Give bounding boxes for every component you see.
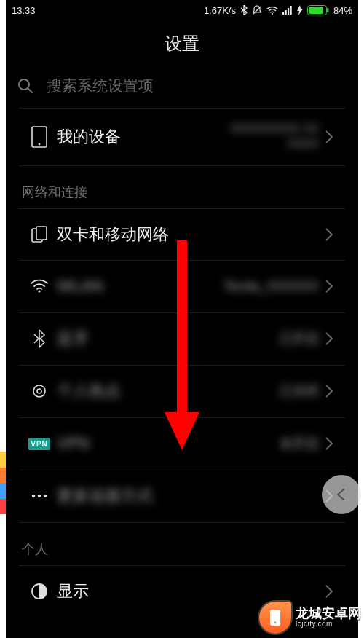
floating-nav-ball[interactable] <box>322 475 361 514</box>
chevron-right-icon <box>319 384 339 398</box>
svg-point-9 <box>19 79 29 90</box>
watermark-icon <box>259 602 291 634</box>
battery-icon <box>307 5 329 15</box>
watermark-text-cn: 龙城安卓网 <box>296 607 361 621</box>
svg-rect-8 <box>327 8 329 12</box>
vpn-icon: VPN <box>22 438 57 450</box>
watermark: 龙城安卓网 lcjcity.com <box>259 602 361 634</box>
row-label: 更多连接方式 <box>57 485 319 507</box>
row-label: 我的设备 <box>57 126 230 148</box>
row-vpn[interactable]: VPN VPN 未开启 <box>19 418 345 470</box>
row-label: VPN <box>57 434 280 453</box>
row-label: WLAN <box>57 277 223 296</box>
bluetooth-icon <box>22 329 57 348</box>
screen: 13:33 1.67K/s <box>6 0 358 638</box>
page-title: 设置 <box>6 20 358 68</box>
row-bluetooth[interactable]: 蓝牙 已开启 <box>19 313 345 366</box>
hotspot-icon <box>22 382 57 401</box>
svg-point-18 <box>32 495 36 498</box>
watermark-text-en: lcjcity.com <box>296 621 361 629</box>
signal-icon <box>282 6 293 15</box>
svg-point-20 <box>44 495 47 498</box>
svg-point-25 <box>274 622 277 624</box>
wifi-icon <box>22 279 57 294</box>
section-network-label: 网络和连接 <box>6 166 358 208</box>
row-more-connections[interactable]: 更多连接方式 <box>19 470 345 523</box>
svg-point-16 <box>37 389 41 393</box>
svg-point-19 <box>38 495 41 498</box>
svg-point-17 <box>33 385 45 397</box>
chevron-right-icon <box>319 130 339 144</box>
svg-rect-4 <box>288 8 289 15</box>
chevron-right-icon <box>319 584 339 599</box>
row-wifi[interactable]: WLAN Tenda_XXXXXX <box>19 261 345 313</box>
svg-line-10 <box>28 89 32 92</box>
svg-point-15 <box>38 290 40 292</box>
decorative-strip <box>0 452 6 514</box>
chevron-right-icon <box>319 227 339 242</box>
display-icon <box>22 583 57 600</box>
search-row[interactable] <box>6 68 358 108</box>
device-icon <box>22 126 57 148</box>
row-label: 蓝牙 <box>57 328 280 350</box>
section-personal-label: 个人 <box>6 523 358 565</box>
svg-rect-14 <box>36 227 47 240</box>
status-time: 13:33 <box>12 5 36 16</box>
more-icon <box>22 493 57 499</box>
svg-point-12 <box>39 143 41 145</box>
svg-rect-3 <box>285 10 286 15</box>
chevron-right-icon <box>319 436 339 451</box>
status-bar: 13:33 1.67K/s <box>6 0 358 20</box>
row-value: 未开启 <box>280 435 319 452</box>
row-value: 已关闭 <box>280 382 319 400</box>
row-label: 双卡和移动网络 <box>57 224 319 245</box>
row-hotspot[interactable]: 个人热点 已关闭 <box>19 366 345 418</box>
dnd-icon <box>252 5 262 15</box>
svg-rect-7 <box>309 7 323 14</box>
chevron-right-icon <box>319 331 339 346</box>
row-my-device[interactable]: 我的设备 XXXXXXXXX XXXXXX <box>19 109 345 166</box>
chevron-right-icon <box>319 279 339 294</box>
svg-rect-5 <box>290 6 291 15</box>
row-label: 显示 <box>57 580 319 602</box>
wifi-icon <box>266 6 278 15</box>
row-value: 已开启 <box>280 330 319 347</box>
row-dual-sim[interactable]: 双卡和移动网络 <box>19 208 345 261</box>
bluetooth-icon <box>240 5 248 15</box>
row-value: XXXXXXXXX XXXXXX <box>230 122 319 152</box>
status-battery-pct: 84% <box>333 5 352 16</box>
status-net-speed: 1.67K/s <box>204 5 236 16</box>
svg-rect-2 <box>282 12 284 15</box>
search-icon <box>17 78 33 94</box>
svg-point-1 <box>272 13 273 15</box>
row-value: Tenda_XXXXXX <box>223 279 319 294</box>
sim-icon <box>22 226 57 243</box>
search-input[interactable] <box>47 77 347 95</box>
charging-icon <box>297 5 303 15</box>
row-label: 个人热点 <box>57 380 280 402</box>
